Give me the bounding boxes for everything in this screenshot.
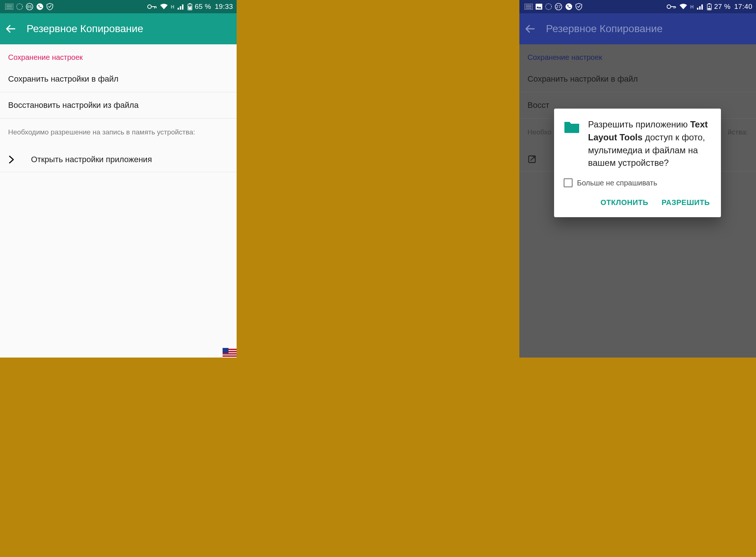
svg-rect-29 — [708, 3, 710, 4]
svg-text:27: 27 — [556, 4, 561, 9]
divider-gap — [237, 0, 519, 358]
restore-settings-row[interactable]: Восстановить настройки из файла — [0, 92, 237, 119]
chevron-right-icon — [8, 155, 29, 164]
vpn-key-icon — [147, 4, 157, 9]
phone-screen-left: 65 H 65 % 19:33 Резервное Копирование Со… — [0, 0, 237, 358]
open-app-settings-row[interactable]: Открыть настройки приложения — [0, 147, 237, 172]
network-h-icon: H — [690, 4, 694, 10]
permission-dialog: Разрешить приложению Text Layout Tools д… — [554, 109, 721, 217]
page-title: Резервное Копирование — [546, 23, 663, 35]
loading-icon — [545, 3, 552, 10]
keyboard-icon — [5, 4, 13, 10]
deny-button[interactable]: ОТКЛОНИТЬ — [599, 195, 650, 211]
svg-point-23 — [566, 3, 572, 10]
save-settings-row[interactable]: Сохранить настройки в файл — [0, 66, 237, 92]
checkbox-icon[interactable] — [564, 178, 573, 187]
signal-icon — [177, 4, 185, 10]
page-title: Резервное Копирование — [27, 23, 143, 35]
dialog-actions: ОТКЛОНИТЬ РАЗРЕШИТЬ — [564, 192, 711, 211]
battery-percent: 27 % — [714, 3, 731, 11]
arrow-left-icon — [525, 23, 536, 34]
dialog-message: Разрешить приложению Text Layout Tools д… — [588, 118, 711, 170]
allow-button[interactable]: РАЗРЕШИТЬ — [660, 195, 711, 211]
section-header: Сохранение настроек — [0, 44, 237, 66]
loading-icon — [16, 3, 23, 10]
us-flag-icon — [223, 348, 237, 358]
shield-icon — [575, 3, 582, 10]
status-bar: 65 H 65 % 19:33 — [0, 0, 237, 13]
svg-rect-19 — [536, 4, 542, 10]
svg-point-8 — [148, 5, 151, 8]
arrow-left-icon — [5, 23, 16, 34]
status-time: 17:40 — [734, 3, 752, 11]
open-app-settings-label: Открыть настройки приложения — [31, 155, 152, 164]
folder-icon — [564, 120, 581, 170]
svg-point-4 — [17, 4, 23, 10]
toolbar: Резервное Копирование — [519, 13, 756, 44]
battery-icon — [188, 3, 192, 10]
phone-screen-right: 27 H 27 % 17:40 Резервное Копирование Со… — [519, 0, 756, 358]
phone-icon — [36, 3, 44, 10]
svg-point-24 — [667, 5, 671, 8]
battery-percent: 65 % — [195, 3, 211, 11]
back-button[interactable] — [5, 23, 20, 34]
svg-rect-13 — [189, 3, 191, 4]
shield-icon — [47, 3, 53, 10]
svg-point-7 — [37, 3, 43, 10]
svg-rect-30 — [708, 8, 711, 10]
image-icon — [536, 4, 542, 10]
keyboard-icon — [525, 4, 533, 10]
back-button[interactable] — [525, 23, 539, 34]
vpn-key-icon — [667, 4, 676, 9]
dont-ask-checkbox-row[interactable]: Больше не спрашивать — [564, 178, 711, 187]
circled-number-icon: 27 — [555, 3, 562, 10]
dont-ask-label: Больше не спрашивать — [577, 179, 657, 187]
svg-text:65: 65 — [27, 4, 32, 9]
signal-icon — [697, 4, 704, 10]
content-area: Сохранение настроек Сохранить настройки … — [0, 44, 237, 358]
wifi-icon — [160, 3, 168, 10]
phone-icon — [565, 3, 573, 10]
permission-hint: Необходимо разрешение на запись в память… — [0, 119, 237, 147]
battery-icon — [707, 3, 712, 10]
wifi-icon — [679, 3, 687, 10]
content-area: Сохранение настроек Сохранить настройки … — [519, 44, 756, 358]
svg-point-20 — [546, 4, 551, 10]
dialog-msg-prefix: Разрешить приложению — [588, 119, 690, 129]
circled-number-icon: 65 — [26, 3, 33, 10]
network-h-icon: H — [171, 4, 175, 10]
status-time: 19:33 — [215, 3, 233, 11]
status-bar: 27 H 27 % 17:40 — [519, 0, 756, 13]
toolbar: Резервное Копирование — [0, 13, 237, 44]
